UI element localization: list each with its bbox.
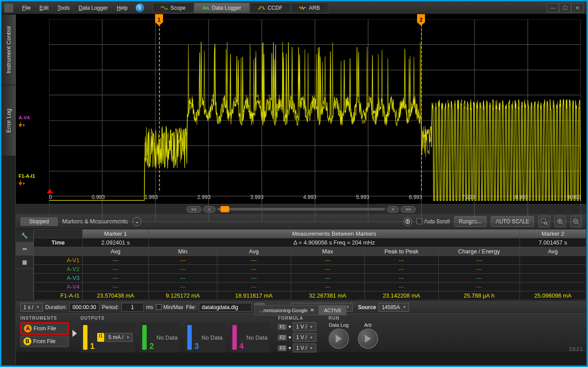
mode-arb-label: ARB <box>309 5 320 11</box>
close-icon[interactable]: ✕ <box>310 307 314 313</box>
mode-arb[interactable]: ARB <box>291 3 328 13</box>
plot-area[interactable]: A-V4⏚▸ F1-A-I1⏚▸ 1 2 00.9931.9932.9933.9… <box>16 14 586 204</box>
version-label: 2.0.2.1 <box>569 347 583 352</box>
menu-edit[interactable]: Edit <box>35 3 53 13</box>
hdr-marker1: Marker 1 <box>83 229 149 238</box>
sine-icon <box>161 6 168 10</box>
hdr-between: Measurements Between Markers <box>149 229 520 238</box>
source-label: Source <box>358 304 376 310</box>
play-icon[interactable] <box>72 320 77 347</box>
window-maximize[interactable]: ☐ <box>559 3 571 13</box>
run-datalog-button[interactable] <box>329 329 349 349</box>
table-row: F1-A-I123.570438 mA9.125172 mA18.911617 … <box>34 291 586 300</box>
svg-marker-30 <box>72 330 77 337</box>
period-label: Period: <box>102 304 119 310</box>
arb-icon <box>299 6 306 10</box>
menu-file[interactable]: File <box>18 3 35 13</box>
period-field[interactable]: 1 <box>121 303 144 312</box>
menu-tools[interactable]: Tools <box>53 3 74 13</box>
timebase-select[interactable]: 1 s / <box>20 303 43 312</box>
waveform-plot <box>49 19 581 222</box>
menu-help[interactable]: Help <box>112 3 132 13</box>
run-arb-label: Arb <box>358 322 378 328</box>
instrument-b[interactable]: BFrom File <box>20 336 69 347</box>
mode-scope[interactable]: Scope <box>152 3 194 13</box>
sidetab-instrument-control[interactable]: Instrument Control <box>2 14 15 85</box>
m1-time: 2.092401 s <box>83 238 149 247</box>
meas-tool-3[interactable]: ▦ <box>16 256 33 269</box>
m2-time: 7.001457 s <box>520 238 586 247</box>
marker-2-line[interactable] <box>421 24 422 191</box>
outputs-header: OUTPUTS <box>80 316 270 321</box>
y-label-v4: A-V4⏚▸ <box>19 115 30 127</box>
dock-tab-active[interactable]: ACTIVE <box>319 305 346 315</box>
meas-tool-1[interactable]: 🔧 <box>16 229 33 242</box>
window-close[interactable]: ✕ <box>571 3 584 13</box>
formula-f1[interactable]: F1▾1 V / <box>278 322 316 331</box>
time-label: Time <box>34 238 83 247</box>
formula-f2[interactable]: F2▾1 V / <box>278 333 316 342</box>
output-ch1[interactable]: 1 I15 mA / <box>80 322 135 352</box>
bottom-dock: ...mmissioning-Google✕ ACTIVE INSTRUMENT… <box>16 313 586 352</box>
y-label-i1: F1-A-I1⏚▸ <box>19 173 35 186</box>
table-row: A-V1------------------ <box>34 256 586 265</box>
measurement-panel: 🔧 ⇔ ▦ Marker 1 Measurements Between Mark… <box>16 229 586 300</box>
instrument-a[interactable]: AFrom File <box>20 322 69 335</box>
svg-line-22 <box>546 224 548 225</box>
sidetab-error-log[interactable]: Error Log <box>2 85 15 156</box>
run-datalog-label: Data Log <box>329 322 349 328</box>
window-minimize[interactable]: — <box>546 3 559 13</box>
info-icon[interactable]: i <box>136 4 144 12</box>
duration-label: Duration: <box>46 304 67 310</box>
dock-tab-1[interactable]: ...mmissioning-Google✕ <box>254 305 319 315</box>
trigger-indicator <box>47 186 53 193</box>
scroll-track[interactable] <box>217 208 385 210</box>
formula-header: FORMULA <box>278 316 316 321</box>
output-ch3[interactable]: 3No Data <box>185 322 225 352</box>
app-icon <box>4 4 13 12</box>
mode-ccdf-label: CCDF <box>268 5 282 11</box>
mode-scope-label: Scope <box>171 5 186 11</box>
mode-ccdf[interactable]: CCDF <box>250 3 291 13</box>
mode-datalogger-label: Data Logger <box>212 5 241 11</box>
svg-line-29 <box>577 223 579 225</box>
table-row: A-V4------------------ <box>34 283 586 291</box>
ch1-range[interactable]: 5 mA / <box>105 333 133 342</box>
menu-datalogger[interactable]: Data Logger <box>74 3 112 13</box>
table-row: A-V2------------------ <box>34 265 586 274</box>
formula-f3[interactable]: F3▾1 V / <box>278 344 316 352</box>
hdr-marker2: Marker 2 <box>520 229 586 238</box>
file-label: File: <box>186 304 196 310</box>
delta-freq: Δ = 4.909056 s Freq = 204 mHz <box>149 238 520 247</box>
ccdf-icon <box>258 6 265 10</box>
duration-field[interactable]: 000:00:30 <box>69 303 99 312</box>
svg-line-26 <box>561 223 563 225</box>
table-row: A-V3------------------ <box>34 274 586 283</box>
file-field[interactable]: datalogdata.dlg <box>199 303 252 312</box>
marker-1-line[interactable] <box>159 24 160 191</box>
output-ch4[interactable]: 4No Data <box>230 322 270 352</box>
run-header: RUN <box>329 316 378 321</box>
meas-tool-2[interactable]: ⇔ <box>16 242 33 256</box>
period-unit: ms <box>146 304 153 310</box>
output-ch2[interactable]: 2No Data <box>140 322 180 352</box>
minmax-check[interactable]: Min/Max <box>156 304 183 310</box>
instruments-header: INSTRUMENTS <box>20 316 69 321</box>
source-select[interactable]: 14585A <box>379 303 409 312</box>
pulse-icon <box>202 6 209 10</box>
mode-datalogger[interactable]: Data Logger <box>194 3 250 13</box>
x-axis-labels: 00.9931.9932.9933.9934.9935.9936.9937.99… <box>49 194 581 200</box>
run-arb-button[interactable] <box>358 329 378 349</box>
scroll-handle[interactable] <box>220 206 229 212</box>
measurement-table: Marker 1 Measurements Between Markers Ma… <box>34 229 586 300</box>
menubar: File Edit Tools Data Logger Help i Scope… <box>2 2 586 14</box>
